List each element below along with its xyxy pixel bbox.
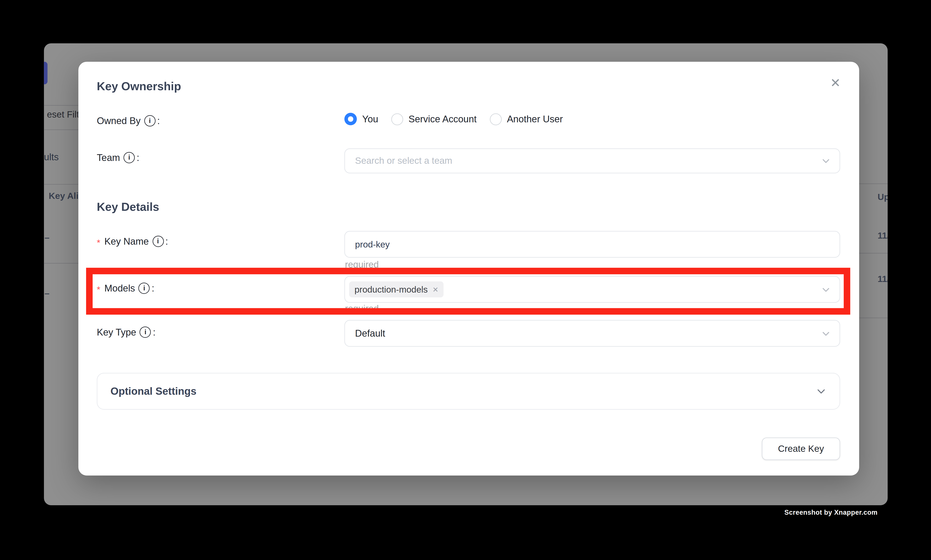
key-name-label: * Key Name i : [97, 236, 168, 247]
models-label: * Models i : [97, 283, 154, 294]
owned-by-label: Owned By i : [97, 115, 160, 126]
key-name-label-text: Key Name [104, 236, 149, 246]
close-icon[interactable]: ✕ [827, 75, 844, 92]
key-type-label: Key Type i : [97, 326, 155, 338]
key-type-selected-value: Default [345, 328, 385, 338]
chevron-down-icon [821, 329, 831, 338]
create-key-modal: Key Ownership ✕ Owned By i : You Service… [78, 62, 859, 475]
table-header-updated: Up [878, 192, 888, 202]
radio-selected-icon[interactable] [345, 113, 357, 125]
radio-unselected-icon[interactable] [391, 113, 403, 125]
optional-settings-title: Optional Settings [111, 385, 197, 397]
team-select[interactable]: Search or select a team [345, 148, 840, 173]
colon: : [137, 152, 139, 163]
models-label-text: Models [104, 283, 135, 294]
key-type-select[interactable]: Default [345, 320, 840, 346]
radio-label: Service Account [408, 114, 477, 124]
models-required-hint: required [345, 303, 379, 314]
owned-by-radio-group: You Service Account Another User [345, 113, 563, 125]
colon: : [157, 115, 160, 126]
info-icon[interactable]: i [124, 152, 135, 163]
model-tag: production-models ✕ [349, 281, 444, 297]
key-details-heading: Key Details [97, 200, 159, 214]
models-select[interactable]: production-models ✕ [345, 276, 840, 303]
table-cell-dash: – [45, 288, 49, 298]
background-primary-button-sliver[interactable] [44, 62, 48, 85]
colon: : [153, 327, 155, 337]
chevron-down-icon [816, 386, 826, 397]
key-name-required-hint: required [345, 259, 379, 270]
model-tag-label: production-models [354, 284, 428, 295]
team-select-placeholder: Search or select a team [345, 155, 452, 166]
key-type-label-text: Key Type [97, 327, 136, 337]
results-count-fragment: sults [44, 152, 59, 163]
team-label-text: Team [97, 152, 120, 163]
table-cell-dash: – [45, 232, 49, 242]
radio-option-service-account[interactable]: Service Account [391, 113, 477, 125]
reset-filters-button-fragment[interactable]: eset Filt [47, 109, 79, 120]
divider [856, 317, 888, 318]
divider [856, 183, 888, 184]
divider [856, 253, 888, 254]
colon: : [152, 283, 154, 294]
create-key-button[interactable]: Create Key [762, 437, 840, 460]
radio-option-another-user[interactable]: Another User [489, 113, 563, 125]
required-asterisk: * [97, 284, 100, 295]
modal-title: Key Ownership [97, 80, 181, 93]
colon: : [165, 236, 168, 246]
info-icon[interactable]: i [138, 283, 150, 294]
team-label: Team i : [97, 152, 139, 163]
watermark-text: Screenshot by Xnapper.com [784, 509, 878, 516]
radio-label: You [362, 114, 378, 124]
info-icon[interactable]: i [140, 326, 151, 338]
table-cell-date: 11/ [878, 274, 888, 284]
radio-unselected-icon[interactable] [489, 113, 502, 125]
screenshot-stage: eset Filt sults Key Alia – – Up 11/ 11/ … [0, 0, 931, 560]
chevron-down-icon [821, 156, 831, 166]
optional-settings-panel[interactable]: Optional Settings [97, 373, 840, 410]
radio-option-you[interactable]: You [345, 113, 378, 125]
owned-by-label-text: Owned By [97, 115, 140, 126]
info-icon[interactable]: i [144, 115, 155, 126]
chevron-down-icon [821, 285, 831, 294]
required-asterisk: * [97, 237, 100, 248]
table-cell-date: 11/ [878, 230, 888, 240]
info-icon[interactable]: i [152, 236, 163, 247]
radio-label: Another User [507, 114, 563, 124]
key-name-input[interactable] [345, 231, 840, 258]
remove-tag-icon[interactable]: ✕ [432, 286, 439, 293]
